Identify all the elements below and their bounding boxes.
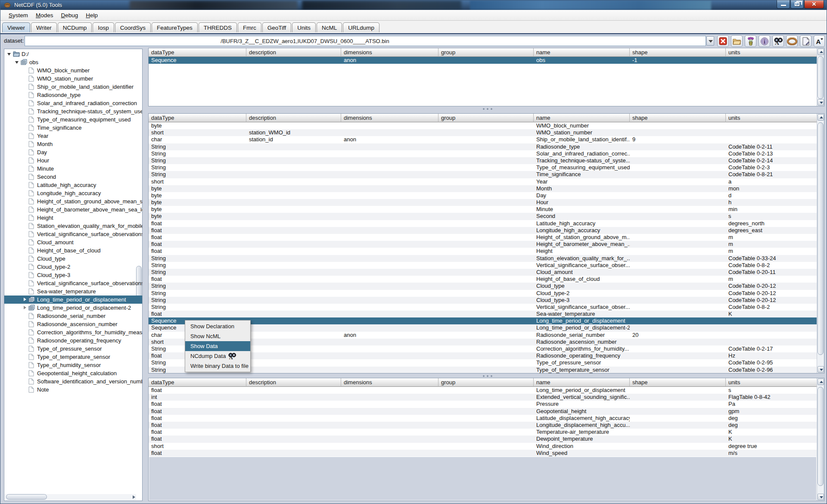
scrollbar-thumb[interactable] bbox=[818, 56, 824, 99]
tab-writer[interactable]: Writer bbox=[31, 22, 57, 32]
table-row[interactable]: floatPressurePa bbox=[149, 401, 824, 408]
tree-item-cloud-type[interactable]: Cloud_type bbox=[4, 255, 142, 263]
tree-item-hour[interactable]: Hour bbox=[4, 156, 142, 165]
table-row[interactable]: byteSeconds bbox=[149, 213, 824, 220]
tree-item-radiosonde-ascension-number[interactable]: Radiosonde_ascension_number bbox=[4, 320, 142, 328]
tree-item-wmo-block-number[interactable]: WMO_block_number bbox=[4, 66, 142, 75]
table-row[interactable]: charstation_idanonShip_or_mobile_land_st… bbox=[149, 136, 824, 143]
tree-item-height[interactable]: Height bbox=[4, 214, 142, 222]
tree-horizontal-scrollbar-thumb[interactable] bbox=[6, 494, 47, 500]
tree-item-day[interactable]: Day bbox=[4, 148, 142, 156]
tree-item-type-of-pressure-sensor[interactable]: Type_of_pressure_sensor bbox=[4, 345, 142, 353]
table-row[interactable]: floatSea-water_temperatureK bbox=[149, 311, 824, 317]
scrollbar-down-button[interactable] bbox=[818, 494, 824, 500]
tree-item-radiosonde-type[interactable]: Radiosonde_type bbox=[4, 91, 142, 99]
info-button[interactable]: i bbox=[759, 35, 770, 47]
table-row[interactable]: floatLongitude_displacement_high_accu...… bbox=[149, 422, 824, 429]
tab-thredds[interactable]: THREDDS bbox=[199, 22, 237, 32]
table-row[interactable]: floatLatitude_displacement_high_accuracy… bbox=[149, 415, 824, 422]
column-header-units[interactable]: units bbox=[726, 48, 817, 57]
tab-units[interactable]: Units bbox=[292, 22, 316, 32]
tree-item-type-of-temperature-sensor[interactable]: Type_of_temperature_sensor bbox=[4, 353, 142, 361]
table-row[interactable]: StringSolar_and_infrared_radiation_corre… bbox=[149, 150, 824, 157]
split-divider[interactable] bbox=[148, 373, 824, 378]
column-header-units[interactable]: units bbox=[726, 378, 817, 387]
menu-item-ncdump-data[interactable]: NCdump DataA bbox=[185, 351, 250, 361]
table-row[interactable]: intExtended_vertical_sounding_signific..… bbox=[149, 394, 824, 401]
tree-horizontal-scrollbar[interactable] bbox=[5, 494, 136, 500]
table-row[interactable]: StringStation_elevation_quality_mark_for… bbox=[149, 255, 824, 262]
vertical-scrollbar[interactable] bbox=[817, 48, 824, 106]
column-header-group[interactable]: group bbox=[438, 378, 534, 387]
tree-item-year[interactable]: Year bbox=[4, 132, 142, 140]
table-row[interactable]: Sequenceanonobs-1 bbox=[149, 57, 824, 64]
menu-item-show-ncml[interactable]: Show NcML bbox=[185, 331, 250, 341]
table-row[interactable]: StringCloud_type-3CodeTable 0-20-12 bbox=[149, 297, 824, 304]
tree-item-type-of-humidity-sensor[interactable]: Type_of_humidity_sensor bbox=[4, 361, 142, 369]
menu-item-write-binary-data-to-file[interactable]: Write binary Data to file bbox=[185, 361, 250, 371]
menu-item-show-data[interactable]: Show Data bbox=[185, 341, 250, 351]
menu-item-show-declaration[interactable]: Show Declaration bbox=[185, 321, 250, 331]
column-header-name[interactable]: name bbox=[534, 48, 630, 57]
expander-down-icon[interactable] bbox=[15, 58, 21, 66]
table-row[interactable]: StringVertical_significance_surface_obse… bbox=[149, 304, 824, 311]
tree-item-height-of-base-of-cloud[interactable]: Height_of_base_of_cloud bbox=[4, 246, 142, 255]
find-text-button[interactable]: A bbox=[772, 35, 784, 47]
table-row[interactable]: shortWind_directiondegree true bbox=[149, 443, 824, 450]
ring-button[interactable] bbox=[786, 35, 798, 47]
tree-item-solar-and-infrared-radiation-correction[interactable]: Solar_and_infrared_radiation_correction bbox=[4, 99, 142, 107]
vertical-scrollbar[interactable] bbox=[817, 378, 824, 501]
table-row[interactable]: byteMinutemin bbox=[149, 206, 824, 213]
scrollbar-up-button[interactable] bbox=[818, 114, 824, 121]
table-row[interactable]: floatHeightm bbox=[149, 248, 824, 255]
scrollbar-thumb[interactable] bbox=[818, 387, 824, 486]
tree-item-height-of-station-ground-above-mean-sea-[interactable]: Height_of_station_ground_above_mean_sea_ bbox=[4, 197, 142, 205]
scrollbar-thumb[interactable] bbox=[818, 122, 824, 355]
tree-item-vertical-significance-surface-observatio[interactable]: Vertical_significance_surface_observatio… bbox=[4, 230, 142, 238]
menu-system[interactable]: System bbox=[5, 11, 32, 20]
dataset-input[interactable] bbox=[25, 36, 706, 46]
tree-item-ship-or-mobile-land-station-identifier[interactable]: Ship_or_mobile_land_station_identifier bbox=[4, 83, 142, 91]
table-row[interactable]: StringType_of_measuring_equipment_usedCo… bbox=[149, 164, 824, 171]
column-header-description[interactable]: description bbox=[246, 114, 341, 122]
tree-item-second[interactable]: Second bbox=[4, 173, 142, 181]
tree-item-cloud-type-2[interactable]: Cloud_type-2 bbox=[4, 263, 142, 271]
tree-item-longitude-high-accuracy[interactable]: Longitude_high_accuracy bbox=[4, 189, 142, 197]
table-row[interactable]: floatGeopotential_heightgpm bbox=[149, 408, 824, 415]
scrollbar-down-button[interactable] bbox=[818, 366, 824, 373]
tree-item-station-elevation-quality-mark-for-mobil[interactable]: Station_elevation_quality_mark_for_mobil… bbox=[4, 222, 142, 230]
table-row[interactable]: byteWMO_block_number bbox=[149, 122, 824, 129]
table-row[interactable]: byteMonthmon bbox=[149, 185, 824, 192]
tree-item-cloud-type-3[interactable]: Cloud_type-3 bbox=[4, 271, 142, 279]
table-row[interactable]: floatHeight_of_station_ground_above_m...… bbox=[149, 234, 824, 241]
table-row[interactable]: StringCloud_typeCodeTable 0-20-12 bbox=[149, 283, 824, 289]
table-row[interactable]: StringCloud_type-2CodeTable 0-20-12 bbox=[149, 290, 824, 297]
table-row[interactable]: StringRadiosonde_typeCodeTable 0-2-11 bbox=[149, 143, 824, 150]
column-header-name[interactable]: name bbox=[534, 378, 630, 387]
table-row[interactable]: floatDewpoint_temperatureK bbox=[149, 436, 824, 442]
expander-down-icon[interactable] bbox=[7, 50, 13, 58]
column-header-dimensions[interactable]: dimensions bbox=[341, 114, 438, 122]
minimize-button[interactable] bbox=[777, 0, 790, 9]
tree-item-minute[interactable]: Minute bbox=[4, 165, 142, 173]
table-row[interactable]: StringTime_significanceCodeTable 0-8-21 bbox=[149, 171, 824, 178]
table-row[interactable]: byteHourh bbox=[149, 199, 824, 206]
column-header-group[interactable]: group bbox=[438, 48, 534, 57]
tab-viewer[interactable]: Viewer bbox=[2, 22, 30, 32]
column-header-description[interactable]: description bbox=[246, 378, 341, 387]
table-row[interactable]: StringCloud_amountCodeTable 0-20-11 bbox=[149, 269, 824, 276]
column-header-description[interactable]: description bbox=[246, 48, 341, 57]
tree-item-time-significance[interactable]: Time_significance bbox=[4, 124, 142, 132]
tree-item-cloud-amount[interactable]: Cloud_amount bbox=[4, 238, 142, 246]
clear-dataset-button[interactable] bbox=[717, 35, 729, 47]
tree-item-long-time-period-or-displacement[interactable]: Long_time_period_or_displacement bbox=[4, 296, 142, 304]
tab-ncdump[interactable]: NCDump bbox=[58, 22, 92, 32]
table-row[interactable]: StringTracking_technique-status_of_syste… bbox=[149, 157, 824, 164]
open-file-button[interactable] bbox=[731, 35, 743, 47]
tree-item-radiosonde-serial-number[interactable]: Radiosonde_serial_number bbox=[4, 312, 142, 320]
tree-item-month[interactable]: Month bbox=[4, 140, 142, 148]
table-row[interactable]: StringVertical_significance_surface_obse… bbox=[149, 262, 824, 269]
column-header-shape[interactable]: shape bbox=[630, 48, 726, 57]
tree-item-wmo-station-number[interactable]: WMO_station_number bbox=[4, 75, 142, 83]
tree-item-vertical-significance-surface-observatio[interactable]: Vertical_significance_surface_observatio… bbox=[4, 279, 142, 287]
